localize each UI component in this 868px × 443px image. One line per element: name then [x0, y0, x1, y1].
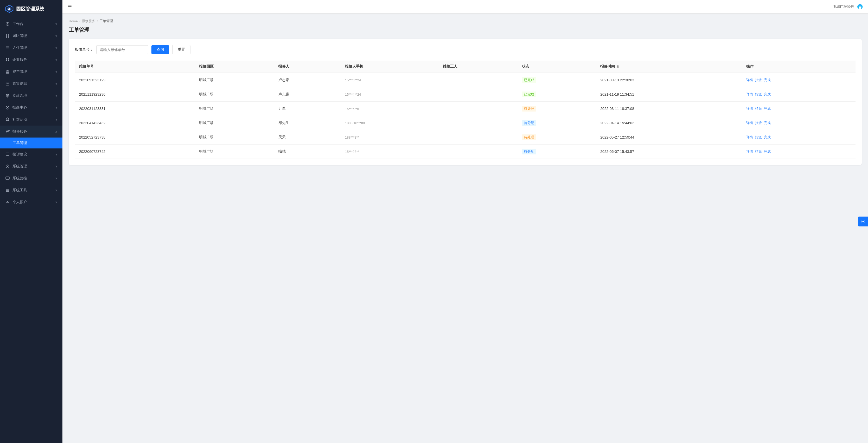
action-link-完成[interactable]: 完成 [764, 149, 771, 154]
sidebar-item-park-mgmt[interactable]: 园区管理 ∨ [0, 30, 62, 42]
action-link-指派[interactable]: 指派 [755, 78, 762, 82]
main-card: 报修单号： 查询 重置 维修单号 报修园区 [69, 39, 862, 165]
logo-icon [5, 5, 13, 13]
complaint-arrow: ∨ [55, 153, 57, 156]
cell-worker [439, 87, 518, 102]
float-setting-button[interactable] [858, 216, 868, 227]
sidebar-item-community[interactable]: 社群活动 ∨ [0, 113, 62, 126]
sidebar-item-sys-monitor[interactable]: 系统监控 ∨ [0, 172, 62, 184]
search-label: 报修单号： [75, 47, 93, 52]
community-arrow: ∨ [55, 118, 57, 122]
svg-rect-24 [6, 190, 9, 191]
action-link-详情[interactable]: 详情 [746, 106, 753, 111]
action-link-指派[interactable]: 指派 [755, 106, 762, 111]
sidebar: 园区管理系统 工作台 ∨ 园区管理 ∨ 入住管理 ∨ [0, 0, 62, 443]
action-link-完成[interactable]: 完成 [764, 92, 771, 97]
sidebar-item-enterprise[interactable]: 企业服务 ∨ [0, 54, 62, 66]
investment-arrow: ∨ [55, 106, 57, 109]
repair-icon [5, 129, 10, 134]
checkin-icon [5, 45, 10, 50]
cell-actions: 详情指派完成 [742, 116, 856, 130]
cell-order-no: 2021091323129 [75, 73, 195, 87]
table-header-row: 维修单号 报修园区 报修人 报修人手机 [75, 61, 856, 73]
sidebar-subitem-work-order[interactable]: 工单管理 [0, 138, 62, 148]
cell-actions: 详情指派完成 [742, 87, 856, 102]
breadcrumb-current: 工单管理 [99, 19, 113, 24]
hamburger-button[interactable]: ☰ [68, 4, 72, 10]
cell-status: 待处理 [518, 130, 596, 144]
cell-worker [439, 116, 518, 130]
action-link-指派[interactable]: 指派 [755, 135, 762, 140]
sidebar-item-sys-mgmt[interactable]: 系统管理 ∨ [0, 161, 62, 172]
cell-phone: 15***4**24 [341, 87, 439, 102]
party-arrow: ∨ [55, 94, 57, 98]
sidebar-item-sys-tools[interactable]: 系统工具 ∨ [0, 184, 62, 196]
action-link-指派[interactable]: 指派 [755, 92, 762, 97]
action-link-完成[interactable]: 完成 [764, 135, 771, 140]
page-title: 工单管理 [69, 27, 862, 34]
svg-point-26 [7, 201, 8, 202]
workbench-icon [5, 22, 10, 26]
col-park: 报修园区 [195, 61, 274, 73]
sidebar-item-investment[interactable]: 招商中心 ∨ [0, 102, 62, 113]
sys-mgmt-arrow: ∨ [55, 165, 57, 168]
checkin-arrow: ∨ [55, 46, 57, 50]
cell-actions: 详情指派完成 [742, 102, 856, 116]
sort-icon: ⇅ [617, 65, 619, 68]
breadcrumb-parent[interactable]: 报修服务 [82, 19, 95, 24]
sidebar-item-party[interactable]: 党建园地 ∨ [0, 90, 62, 102]
breadcrumb-home[interactable]: Home [69, 19, 78, 23]
cell-status: 已完成 [518, 87, 596, 102]
action-link-完成[interactable]: 完成 [764, 121, 771, 125]
sidebar-item-asset[interactable]: 资产管理 ∨ [0, 66, 62, 78]
search-bar: 报修单号： 查询 重置 [75, 45, 856, 54]
svg-rect-15 [8, 60, 9, 61]
table-row: 2022052723738 明城广场 天天 188***3** 待处理 2022… [75, 130, 856, 144]
table-row: 2022041423432 明城广场 邓先生 1888 18***88 待分配 … [75, 116, 856, 130]
cell-reporter: 哦哦 [274, 144, 341, 159]
sidebar-item-complaint[interactable]: 投诉建议 ∨ [0, 148, 62, 161]
col-time[interactable]: 报修时间 ⇅ [596, 61, 742, 73]
cell-worker [439, 102, 518, 116]
cell-reporter: 邓先生 [274, 116, 341, 130]
breadcrumb-sep1: / [80, 19, 81, 23]
breadcrumb: Home / 报修服务 / 工单管理 [69, 19, 862, 24]
profile-arrow: ∨ [55, 201, 57, 204]
action-link-详情[interactable]: 详情 [746, 135, 753, 140]
sidebar-item-workbench[interactable]: 工作台 ∨ [0, 18, 62, 30]
sidebar-item-checkin[interactable]: 入住管理 ∨ [0, 42, 62, 54]
action-link-详情[interactable]: 详情 [746, 92, 753, 97]
cell-actions: 详情指派完成 [742, 144, 856, 159]
cell-park: 明城广场 [195, 116, 274, 130]
svg-point-21 [7, 166, 8, 167]
svg-point-4 [7, 24, 8, 25]
username-display: 明城广场经理 [833, 4, 855, 9]
cell-phone: 15***6**24 [341, 73, 439, 87]
globe-icon[interactable]: 🌐 [857, 4, 863, 10]
cell-time: 2022-04-14 15:44:02 [596, 116, 742, 130]
park-mgmt-arrow: ∨ [55, 34, 57, 38]
policy-arrow: ∨ [55, 82, 57, 86]
header: ☰ 明城广场经理 🌐 [62, 0, 868, 13]
asset-arrow: ∨ [55, 70, 57, 74]
sidebar-item-policy[interactable]: 政策信息 ∨ [0, 78, 62, 90]
action-link-详情[interactable]: 详情 [746, 149, 753, 154]
cell-park: 明城广场 [195, 73, 274, 87]
action-link-详情[interactable]: 详情 [746, 121, 753, 125]
svg-rect-22 [6, 177, 9, 179]
svg-rect-9 [6, 46, 9, 47]
col-worker: 维修工人 [439, 61, 518, 73]
query-button[interactable]: 查询 [151, 45, 169, 54]
sidebar-item-repair[interactable]: 报修服务 ∧ [0, 126, 62, 138]
reset-button[interactable]: 重置 [172, 45, 190, 54]
search-input[interactable] [96, 45, 148, 54]
table-row: 2021091323129 明城广场 卢志豪 15***6**24 已完成 20… [75, 73, 856, 87]
action-link-完成[interactable]: 完成 [764, 106, 771, 111]
action-link-指派[interactable]: 指派 [755, 149, 762, 154]
cell-status: 已完成 [518, 73, 596, 87]
table-row: 2021111923230 明城广场 卢志豪 15***4**24 已完成 20… [75, 87, 856, 102]
sidebar-item-profile[interactable]: 个人帐户 ∨ [0, 196, 62, 208]
action-link-完成[interactable]: 完成 [764, 78, 771, 82]
action-link-指派[interactable]: 指派 [755, 121, 762, 125]
action-link-详情[interactable]: 详情 [746, 78, 753, 82]
